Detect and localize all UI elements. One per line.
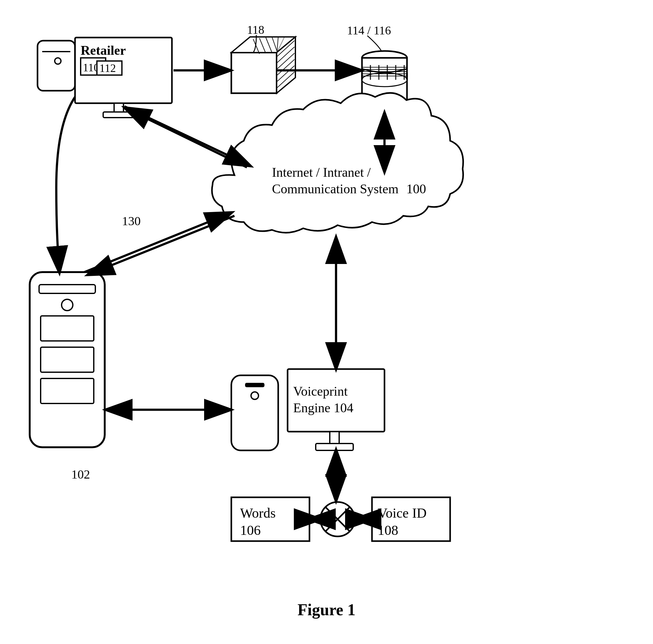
svg-text:100: 100 — [406, 182, 426, 196]
svg-point-61 — [251, 392, 259, 399]
svg-text:130: 130 — [122, 214, 141, 228]
svg-text:Communication System: Communication System — [272, 182, 398, 196]
svg-line-79 — [124, 106, 250, 166]
svg-text:118: 118 — [247, 23, 264, 36]
svg-text:114 / 116: 114 / 116 — [347, 24, 391, 37]
svg-point-54 — [62, 299, 73, 310]
figure-caption: Figure 1 — [297, 600, 356, 619]
svg-rect-5 — [38, 41, 75, 91]
svg-text:Engine  104: Engine 104 — [293, 401, 353, 415]
diagram-container: Retailer 110 112 118 — [0, 0, 653, 644]
svg-rect-14 — [114, 103, 123, 113]
svg-text:102: 102 — [71, 467, 90, 481]
svg-rect-66 — [316, 443, 353, 451]
svg-rect-53 — [39, 284, 95, 293]
svg-rect-16 — [231, 52, 276, 93]
svg-text:112: 112 — [99, 62, 116, 74]
svg-text:108: 108 — [378, 523, 398, 538]
svg-rect-60 — [245, 383, 264, 387]
svg-line-83 — [88, 216, 235, 275]
svg-rect-55 — [41, 316, 94, 341]
svg-text:Voiceprint: Voiceprint — [293, 384, 348, 398]
svg-point-7 — [55, 58, 61, 64]
svg-rect-15 — [103, 112, 135, 118]
svg-line-82 — [84, 213, 231, 272]
svg-text:Words: Words — [240, 505, 276, 521]
svg-rect-56 — [41, 347, 94, 372]
svg-rect-65 — [330, 432, 339, 444]
svg-point-35 — [362, 73, 407, 87]
svg-text:Voice ID: Voice ID — [378, 505, 427, 521]
svg-rect-62 — [288, 369, 385, 432]
svg-text:106: 106 — [240, 523, 261, 538]
svg-line-80 — [125, 108, 247, 167]
svg-text:Internet / Intranet /: Internet / Intranet / — [272, 165, 371, 180]
svg-rect-57 — [41, 378, 94, 404]
svg-text:Retailer: Retailer — [81, 43, 126, 58]
